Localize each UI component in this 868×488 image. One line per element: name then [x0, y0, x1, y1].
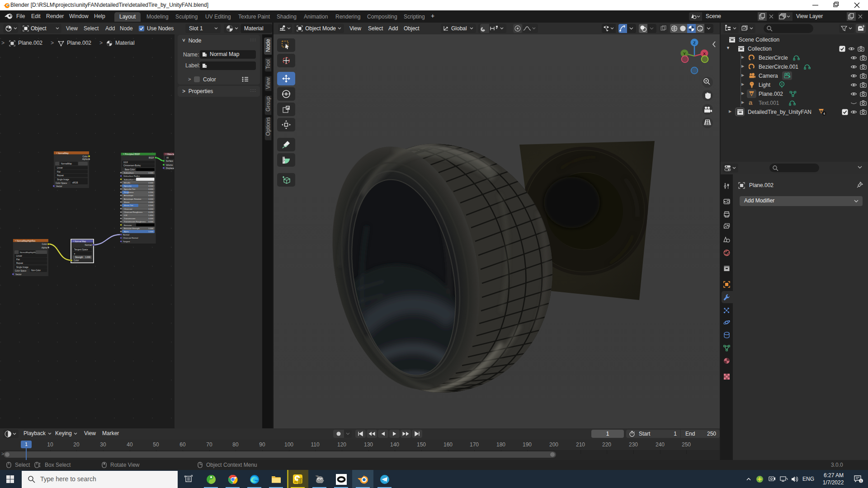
- svg-text:Subsurface: Subsurface: [124, 172, 134, 174]
- svg-text:4: 4: [823, 112, 825, 116]
- svg-text:0.200: 0.200: [148, 191, 153, 193]
- svg-text:0.000: 0.000: [148, 188, 153, 190]
- svg-text:0.000: 0.000: [148, 208, 153, 210]
- svg-text:Sheen Tint: Sheen Tint: [124, 204, 133, 206]
- svg-text:Ph: Ph: [294, 481, 297, 483]
- svg-text:0.500: 0.500: [148, 204, 153, 206]
- svg-text:0.030: 0.030: [148, 211, 153, 213]
- svg-text:Anisotropic Rotation: Anisotropic Rotation: [124, 198, 142, 200]
- svg-text:˅ NormalMap: ˅ NormalMap: [56, 152, 69, 155]
- svg-text:Metallic: Metallic: [124, 182, 131, 184]
- svg-text:1.450: 1.450: [148, 214, 153, 216]
- svg-text:Linear: Linear: [16, 255, 22, 257]
- svg-text:Normal: Normal: [85, 244, 92, 246]
- svg-text:˅ Normal Map: ˅ Normal Map: [73, 240, 86, 243]
- svg-text:NormalMap: NormalMap: [61, 163, 72, 165]
- svg-text:Christensen-Burley: Christensen-Burley: [123, 164, 141, 167]
- svg-text:Alpha: Alpha: [42, 247, 47, 249]
- svg-text:Specular Tint: Specular Tint: [124, 188, 136, 190]
- svg-text:Vector: Vector: [56, 185, 62, 188]
- svg-text:0.000: 0.000: [148, 182, 153, 184]
- svg-text:Sheen: Sheen: [124, 201, 130, 203]
- svg-text:Single Image: Single Image: [16, 266, 28, 268]
- svg-text:Clearcoat Roughness: Clearcoat Roughness: [124, 211, 142, 213]
- svg-text:Subsurface Col: Subsurface Col: [124, 178, 137, 181]
- svg-text:Z: Z: [693, 41, 696, 45]
- svg-text:Vector: Vector: [15, 273, 22, 276]
- svg-text:Color: Color: [42, 243, 47, 245]
- svg-text:0.000: 0.000: [148, 221, 153, 223]
- svg-text:BSDF: BSDF: [149, 157, 154, 159]
- svg-text:Single Image: Single Image: [57, 178, 69, 181]
- svg-text:Volume: Volume: [166, 164, 173, 166]
- svg-text:Clearcoat: Clearcoat: [124, 208, 132, 210]
- svg-text:Emission: Emission: [124, 224, 132, 226]
- svg-text:Alpha: Alpha: [124, 230, 129, 233]
- svg-text:˅ Principled BSDF: ˅ Principled BSDF: [123, 153, 140, 155]
- svg-text:Base Color: Base Color: [125, 169, 135, 171]
- svg-text:1.000: 1.000: [148, 227, 153, 230]
- svg-text:Transmission: Transmission: [124, 217, 136, 220]
- svg-text:1.000: 1.000: [85, 256, 91, 258]
- svg-text:Anisotropic: Anisotropic: [124, 194, 134, 197]
- svg-text:Tangent: Tangent: [123, 240, 130, 243]
- svg-text:Specular: Specular: [124, 185, 132, 187]
- svg-text:Tangent Space: Tangent Space: [74, 249, 88, 251]
- svg-text:Emission Strength: Emission Strength: [124, 227, 140, 230]
- svg-text:0.500: 0.500: [148, 185, 153, 187]
- svg-text:GGX: GGX: [123, 161, 128, 164]
- svg-text:Y: Y: [683, 52, 686, 56]
- svg-text:All: All: [166, 157, 169, 159]
- svg-text:Alpha: Alpha: [82, 158, 88, 160]
- svg-text:˅ Materia: ˅ Materia: [165, 153, 175, 155]
- svg-text:0.000: 0.000: [148, 194, 153, 197]
- svg-text:Non-Color: Non-Color: [31, 269, 41, 272]
- svg-text:Repeat: Repeat: [16, 262, 24, 264]
- svg-text:Normal: Normal: [123, 234, 129, 236]
- svg-text:Flat: Flat: [16, 258, 20, 261]
- svg-text:Surface: Surface: [166, 160, 173, 162]
- svg-text:Strength: Strength: [75, 256, 83, 258]
- svg-text:Color: Color: [83, 155, 88, 158]
- svg-text:0.000: 0.000: [148, 217, 153, 220]
- svg-text:0.000: 0.000: [148, 172, 153, 174]
- svg-text:Flat: Flat: [57, 171, 61, 173]
- svg-text:Color Space: Color Space: [15, 270, 27, 272]
- svg-text:X: X: [703, 52, 706, 56]
- svg-text:0.000: 0.000: [148, 201, 153, 203]
- svg-text:Linear: Linear: [57, 167, 63, 169]
- svg-text:1: 1: [860, 479, 862, 483]
- svg-text:Subsurface Radius: Subsurface Radius: [123, 175, 140, 177]
- svg-text:Color Space: Color Space: [56, 182, 67, 184]
- svg-text:1.000: 1.000: [148, 230, 153, 233]
- svg-text:Roughness: Roughness: [124, 191, 134, 193]
- svg-text:IOR: IOR: [124, 214, 127, 216]
- svg-text:Clearcoat Normal: Clearcoat Normal: [123, 237, 138, 239]
- svg-text:sRGB: sRGB: [72, 182, 78, 184]
- svg-text:Repeat: Repeat: [57, 174, 64, 177]
- svg-text:˅ NormalMapHighRes: ˅ NormalMapHighRes: [15, 240, 36, 242]
- svg-text:Transmission Roughness: Transmission Roughness: [124, 221, 146, 223]
- svg-text:Color: Color: [74, 259, 79, 262]
- svg-text:0.000: 0.000: [148, 198, 153, 200]
- svg-text:NormalMapHighRes: NormalMapHighRes: [20, 251, 38, 253]
